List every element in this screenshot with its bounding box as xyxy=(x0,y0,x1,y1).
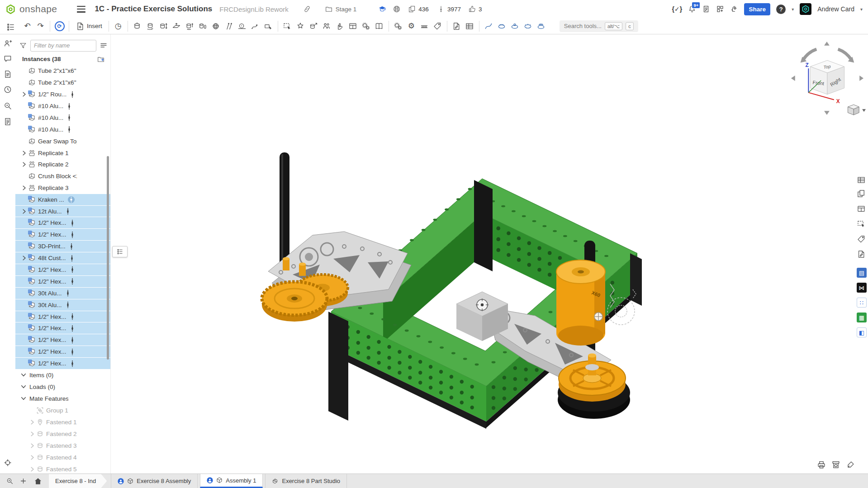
chevron-right-icon[interactable] xyxy=(29,442,36,449)
search-tabs-button[interactable] xyxy=(3,474,16,488)
tab-exercise-8-part-studio[interactable]: Exercise 8 Part Studio xyxy=(265,474,347,488)
tag-tool-button[interactable] xyxy=(431,20,444,33)
tab-exercise-8-assembly[interactable]: Exercise 8 Assembly xyxy=(111,474,198,488)
chevron-down-icon[interactable] xyxy=(20,372,27,379)
instance-row[interactable]: 1/2" Hex... xyxy=(15,334,110,346)
instance-row[interactable]: 12t Alu... xyxy=(15,206,110,218)
insert-part-button[interactable] xyxy=(294,20,307,33)
instance-row[interactable]: Gear Swap Top Plate ... xyxy=(15,135,110,147)
section-header-loads[interactable]: Loads (0) xyxy=(15,381,110,393)
instance-row[interactable]: 1/2" Hex... xyxy=(15,264,110,276)
instance-row[interactable]: Kraken ... xyxy=(15,194,110,206)
tree-flyout-button[interactable] xyxy=(112,246,128,257)
chevron-down-icon[interactable] xyxy=(20,384,27,391)
box-select-button[interactable] xyxy=(281,20,294,33)
assembly-3d-view[interactable]: X60 xyxy=(111,34,868,474)
display-panel-button[interactable] xyxy=(856,204,867,214)
user-menu-caret-icon[interactable]: ▾ xyxy=(860,7,863,12)
instance-row[interactable]: 1/2" Hex... xyxy=(15,217,110,229)
instance-row[interactable]: 1/2" Hex... xyxy=(15,229,110,241)
named-views-button[interactable] xyxy=(508,20,522,33)
instance-row[interactable]: Tube 2"x1"x6" <1> xyxy=(15,65,110,77)
instance-row[interactable]: Replicate 1 xyxy=(15,147,110,159)
chevron-right-icon[interactable] xyxy=(29,419,36,426)
panel-scrollbar[interactable] xyxy=(107,156,109,360)
mate-fastened-button[interactable] xyxy=(131,20,144,33)
chevron-right-icon[interactable] xyxy=(21,91,28,98)
link-icon[interactable] xyxy=(303,5,311,13)
redo-button[interactable]: ↷ xyxy=(34,20,47,33)
filter-input[interactable] xyxy=(30,40,96,52)
insert-button[interactable]: Insert xyxy=(72,20,106,33)
chevron-right-icon[interactable] xyxy=(29,431,36,437)
chevron-right-icon[interactable] xyxy=(21,208,28,215)
view-cube[interactable]: Top Front Right Z X xyxy=(785,39,867,118)
avatar[interactable] xyxy=(800,3,811,15)
drag-mode-button[interactable] xyxy=(333,20,346,33)
mate-tangent-button[interactable] xyxy=(236,20,249,33)
feature-pattern-button[interactable] xyxy=(392,20,405,33)
instance-row[interactable]: 1/2" Hex... xyxy=(15,311,110,323)
public-globe-icon[interactable] xyxy=(393,5,401,13)
instance-row[interactable]: 30t Alu... xyxy=(15,299,110,311)
mate-planar-button[interactable] xyxy=(170,20,183,33)
home-tab-button[interactable] xyxy=(30,474,46,488)
instance-row[interactable]: 1/2" Hex... xyxy=(15,358,110,370)
views-stat[interactable]: 3977 xyxy=(437,5,461,13)
3d-print-button[interactable] xyxy=(831,460,841,470)
help-caret-icon[interactable]: ▾ xyxy=(792,7,794,12)
solid-drag-button[interactable] xyxy=(262,20,275,33)
mate-row[interactable]: Fastened 1 xyxy=(15,417,110,428)
rotate-right-arrow-icon[interactable] xyxy=(838,49,852,60)
copies-stat[interactable]: 436 xyxy=(408,5,429,13)
chevron-right-icon[interactable] xyxy=(21,255,28,261)
learning-icon[interactable] xyxy=(730,5,738,13)
view-options-button[interactable] xyxy=(848,104,866,115)
notes-panel-button[interactable] xyxy=(856,249,867,260)
mate-ball-button[interactable] xyxy=(209,20,223,33)
filter-icon[interactable] xyxy=(19,42,27,50)
tab-assembly-1[interactable]: Assembly 1 xyxy=(200,474,263,488)
rack-tool-button[interactable] xyxy=(418,20,431,33)
mate-slider-button[interactable] xyxy=(157,20,170,33)
search-tools[interactable]: Search tools... alt/⌥ c xyxy=(560,20,638,32)
share-button[interactable]: Share xyxy=(744,3,770,15)
bill-of-materials-button[interactable] xyxy=(463,20,476,33)
material-panel-button[interactable] xyxy=(856,234,867,245)
selection-panel-button[interactable] xyxy=(856,218,867,229)
mate-row[interactable]: Fastened 3 xyxy=(15,440,110,451)
instance-row[interactable]: #10 Alu... xyxy=(15,112,110,123)
sync-update-button[interactable]: ⟳ xyxy=(53,20,66,33)
mate-row[interactable]: Fastened 5 xyxy=(15,463,110,474)
pan-left-arrow-icon[interactable] xyxy=(791,76,795,81)
app-doc-blue-button[interactable]: ◧ xyxy=(857,327,867,337)
list-view-icon[interactable] xyxy=(100,42,108,50)
app-store-icon[interactable] xyxy=(716,5,724,13)
chevron-down-icon[interactable] xyxy=(20,395,27,403)
properties-panel-button[interactable] xyxy=(856,188,867,199)
comments-button[interactable] xyxy=(3,54,12,63)
workspace-selector[interactable]: Stage 1 xyxy=(325,5,357,13)
mate-pin-slot-button[interactable] xyxy=(196,20,209,33)
chevron-right-icon[interactable] xyxy=(29,454,36,461)
instance-row[interactable]: 1/2" Hex... xyxy=(15,322,110,334)
appearances-button[interactable] xyxy=(535,20,548,33)
instance-row[interactable]: Tube 2"x1"x6" <2> xyxy=(15,77,110,89)
mate-revolute-button[interactable] xyxy=(144,20,157,33)
properties-button[interactable] xyxy=(3,117,12,126)
onshape-logo[interactable]: onshape xyxy=(5,4,57,14)
help-button[interactable]: ? xyxy=(776,5,786,14)
insert-instance-icon[interactable] xyxy=(97,55,105,63)
app-table-green-button[interactable]: ▦ xyxy=(857,313,867,322)
mate-parallel-button[interactable] xyxy=(223,20,236,33)
section-header-items[interactable]: Items (0) xyxy=(15,370,110,381)
undo-button[interactable]: ↶ xyxy=(21,20,34,33)
history-button[interactable] xyxy=(3,85,12,94)
scripting-icon[interactable]: {✓} xyxy=(672,5,683,13)
tilt-up-arrow-icon[interactable] xyxy=(824,42,830,46)
sketch-spline-button[interactable] xyxy=(482,20,495,33)
chevron-right-icon[interactable] xyxy=(21,185,28,191)
instance-row[interactable]: 30t Alu... xyxy=(15,288,110,299)
likes-stat[interactable]: 3 xyxy=(468,5,482,13)
tab-exercise-8-ind[interactable]: Exercise 8 - Ind xyxy=(49,474,107,488)
